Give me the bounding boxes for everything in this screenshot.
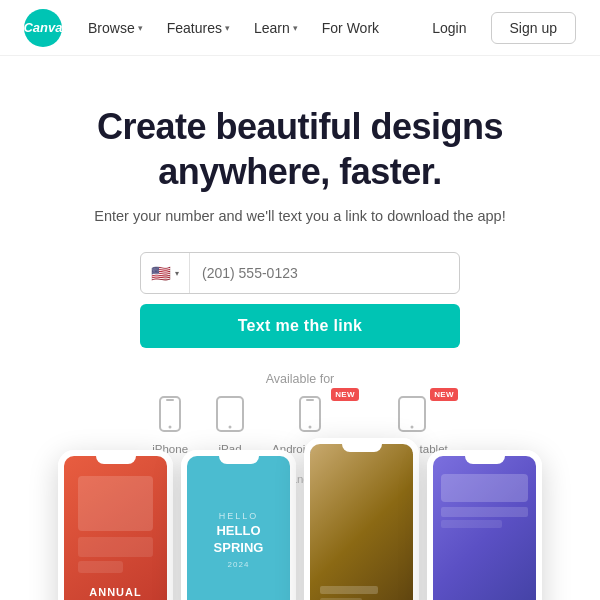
hero-subtitle: Enter your number and we'll text you a l… xyxy=(94,208,505,224)
phone-input-wrapper: 🇺🇸 ▾ xyxy=(140,252,460,294)
chevron-down-icon: ▾ xyxy=(225,23,230,33)
phone-notch xyxy=(219,456,259,464)
phone-form: 🇺🇸 ▾ Text me the link xyxy=(140,252,460,348)
phone-input[interactable] xyxy=(190,265,459,281)
nav-forwork-label: For Work xyxy=(322,20,379,36)
mockup-autumn xyxy=(304,438,419,600)
signup-button[interactable]: Sign up xyxy=(491,12,576,44)
country-selector[interactable]: 🇺🇸 ▾ xyxy=(141,253,190,293)
nav-links: Browse ▾ Features ▾ Learn ▾ For Work xyxy=(78,14,420,42)
hero-title: Create beautiful designsanywhere, faster… xyxy=(97,104,503,194)
mockup-screen-spring: Hello HELLOSPRING 2024 xyxy=(187,456,290,600)
available-label: Available for xyxy=(266,372,335,386)
navbar: Canva Browse ▾ Features ▾ Learn ▾ For Wo… xyxy=(0,0,600,56)
mockup-screen-annual: AnnualReport xyxy=(64,456,167,600)
svg-rect-6 xyxy=(306,399,314,401)
nav-auth: Login Sign up xyxy=(420,12,576,44)
svg-rect-1 xyxy=(166,399,174,401)
mockup-spring: Hello HELLOSPRING 2024 xyxy=(181,450,296,600)
logo-text: Canva xyxy=(23,20,62,35)
nav-browse[interactable]: Browse ▾ xyxy=(78,14,153,42)
svg-point-4 xyxy=(229,426,232,429)
mockup-annual: AnnualReport xyxy=(58,450,173,600)
canva-logo[interactable]: Canva xyxy=(24,9,62,47)
phone-mockups: AnnualReport Hello HELLOSPRING 2024 xyxy=(0,435,600,600)
svg-point-7 xyxy=(309,426,312,429)
new-badge-android-mobile: NEW xyxy=(331,388,359,401)
ipad-icon xyxy=(216,396,244,437)
phone-notch xyxy=(342,444,382,452)
iphone-icon xyxy=(159,396,181,437)
chevron-down-icon: ▾ xyxy=(138,23,143,33)
nav-learn-label: Learn xyxy=(254,20,290,36)
nav-browse-label: Browse xyxy=(88,20,135,36)
svg-point-9 xyxy=(411,426,414,429)
android-tablet-icon xyxy=(398,396,426,437)
phone-notch xyxy=(465,456,505,464)
new-badge-android-tablet: NEW xyxy=(430,388,458,401)
nav-features[interactable]: Features ▾ xyxy=(157,14,240,42)
flag-icon: 🇺🇸 xyxy=(151,264,171,283)
svg-point-2 xyxy=(169,426,172,429)
nav-learn[interactable]: Learn ▾ xyxy=(244,14,308,42)
phone-notch xyxy=(96,456,136,464)
android-mobile-icon xyxy=(299,396,321,437)
mockup-screen-autumn xyxy=(310,444,413,600)
mockup-spring-text: HELLOSPRING xyxy=(214,523,264,557)
chevron-down-icon: ▾ xyxy=(175,269,179,278)
nav-features-label: Features xyxy=(167,20,222,36)
text-me-link-button[interactable]: Text me the link xyxy=(140,304,460,348)
nav-forwork[interactable]: For Work xyxy=(312,14,389,42)
mockup-annual-text: AnnualReport xyxy=(89,585,141,600)
login-button[interactable]: Login xyxy=(420,14,478,42)
mockup-screen-purple xyxy=(433,456,536,600)
mockup-purple xyxy=(427,450,542,600)
chevron-down-icon: ▾ xyxy=(293,23,298,33)
